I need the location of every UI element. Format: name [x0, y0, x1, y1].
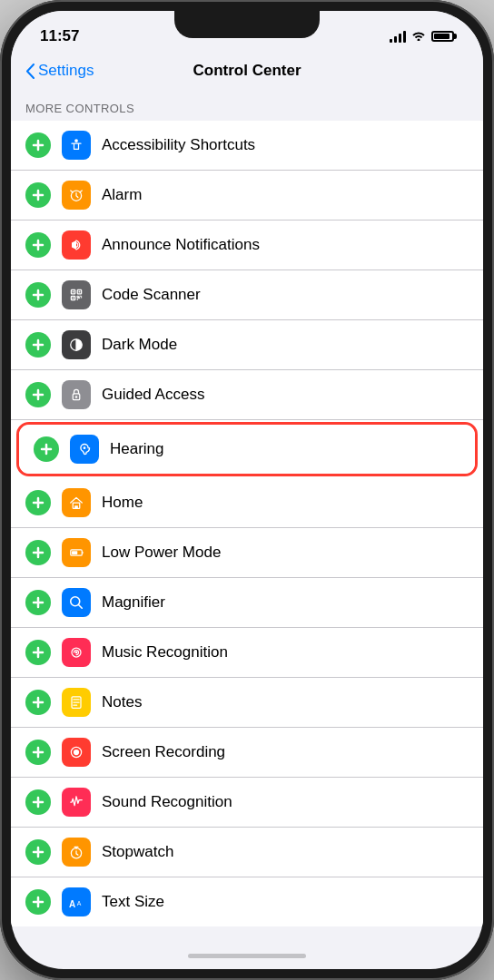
svg-rect-15	[72, 551, 77, 554]
hearing-highlight: Hearing	[16, 422, 478, 476]
svg-rect-5	[73, 291, 74, 293]
status-time: 11:57	[40, 27, 79, 45]
add-button[interactable]	[25, 789, 51, 815]
svg-rect-14	[82, 552, 83, 554]
battery-icon	[431, 31, 454, 42]
item-label-code-scanner: Code Scanner	[102, 286, 469, 304]
controls-list: Accessibility ShortcutsAlarmAnnounce Not…	[11, 121, 483, 926]
list-item-notes[interactable]: Notes	[11, 678, 483, 728]
item-label-stopwatch: Stopwatch	[102, 843, 469, 861]
page-title: Control Center	[193, 62, 301, 80]
item-label-alarm: Alarm	[102, 186, 469, 204]
wifi-icon	[411, 29, 426, 44]
add-button[interactable]	[25, 382, 51, 407]
item-label-dark-mode: Dark Mode	[102, 336, 469, 354]
item-label-hearing: Hearing	[110, 440, 460, 458]
app-icon-notes	[62, 688, 91, 717]
list-item-announce-notifications[interactable]: Announce Notifications	[11, 220, 483, 270]
item-label-notes: Notes	[102, 693, 469, 711]
add-button[interactable]	[25, 640, 51, 665]
nav-bar: Settings Control Center	[11, 54, 483, 87]
item-label-announce-notifications: Announce Notifications	[102, 236, 469, 254]
add-button[interactable]	[25, 889, 51, 915]
list-item-guided-access[interactable]: Guided Access	[11, 370, 483, 420]
back-label: Settings	[38, 62, 94, 80]
item-label-magnifier: Magnifier	[102, 593, 469, 612]
svg-rect-6	[79, 291, 81, 293]
app-icon-stopwatch	[62, 838, 91, 867]
item-label-accessibility-shortcuts: Accessibility Shortcuts	[102, 136, 469, 154]
add-button[interactable]	[25, 839, 51, 865]
app-icon-hearing	[70, 435, 99, 464]
add-button[interactable]	[25, 282, 51, 308]
item-label-music-recognition: Music Recognition	[102, 643, 469, 662]
app-icon-announce-notifications	[62, 230, 91, 260]
notch	[174, 11, 320, 38]
svg-point-17	[75, 652, 78, 654]
list-item-sound-recognition[interactable]: Sound Recognition	[11, 778, 483, 828]
add-button[interactable]	[25, 590, 51, 615]
list-item-code-scanner[interactable]: Code Scanner	[11, 270, 483, 320]
signal-icon	[390, 30, 406, 43]
app-icon-screen-recording	[62, 738, 91, 767]
add-button[interactable]	[25, 232, 51, 258]
home-indicator	[188, 954, 306, 958]
svg-point-10	[84, 446, 86, 449]
app-icon-sound-recognition	[62, 788, 91, 817]
svg-rect-12	[74, 505, 78, 508]
item-label-low-power-mode: Low Power Mode	[102, 544, 469, 562]
phone-frame: 11:57	[0, 0, 494, 980]
svg-text:A: A	[69, 899, 75, 909]
app-icon-alarm	[62, 181, 91, 210]
app-icon-accessibility-shortcuts	[62, 131, 91, 160]
list-item-screen-recording[interactable]: Screen Recording	[11, 728, 483, 778]
list-item-stopwatch[interactable]: Stopwatch	[11, 828, 483, 877]
svg-point-0	[74, 139, 78, 142]
add-button[interactable]	[25, 182, 51, 208]
app-icon-low-power-mode	[62, 538, 91, 567]
app-icon-magnifier	[62, 588, 91, 617]
app-icon-code-scanner	[62, 280, 91, 309]
back-button[interactable]: Settings	[25, 62, 94, 80]
list-item-text-size[interactable]: AAText Size	[11, 877, 483, 926]
list-item-alarm[interactable]: Alarm	[11, 171, 483, 220]
list-item-hearing[interactable]: Hearing	[19, 425, 475, 474]
item-label-guided-access: Guided Access	[102, 386, 469, 404]
list-item-low-power-mode[interactable]: Low Power Mode	[11, 528, 483, 578]
list-item-home[interactable]: Home	[11, 478, 483, 528]
svg-point-9	[75, 396, 78, 398]
status-icons	[390, 29, 454, 44]
section-header: MORE CONTROLS	[11, 87, 483, 121]
add-button[interactable]	[25, 132, 51, 158]
app-icon-music-recognition	[62, 638, 91, 667]
app-icon-home	[62, 488, 91, 517]
add-button[interactable]	[25, 332, 51, 358]
app-icon-dark-mode	[62, 330, 91, 359]
add-button[interactable]	[25, 690, 51, 715]
app-icon-guided-access	[62, 380, 91, 409]
item-label-screen-recording: Screen Recording	[102, 743, 469, 761]
phone-screen: 11:57	[11, 11, 483, 969]
add-button[interactable]	[25, 740, 51, 765]
item-label-home: Home	[102, 494, 469, 512]
scroll-content[interactable]: MORE CONTROLS Accessibility ShortcutsAla…	[11, 87, 483, 951]
add-button[interactable]	[25, 490, 51, 515]
item-label-sound-recognition: Sound Recognition	[102, 793, 469, 811]
svg-point-20	[74, 750, 79, 755]
svg-text:A: A	[77, 900, 82, 906]
svg-rect-7	[73, 298, 74, 299]
list-item-magnifier[interactable]: Magnifier	[11, 578, 483, 628]
list-item-dark-mode[interactable]: Dark Mode	[11, 320, 483, 370]
list-item-music-recognition[interactable]: Music Recognition	[11, 628, 483, 678]
item-label-text-size: Text Size	[102, 893, 469, 911]
add-button[interactable]	[25, 540, 51, 565]
add-button[interactable]	[34, 436, 59, 462]
list-item-accessibility-shortcuts[interactable]: Accessibility Shortcuts	[11, 121, 483, 171]
app-icon-text-size: AA	[62, 887, 91, 916]
